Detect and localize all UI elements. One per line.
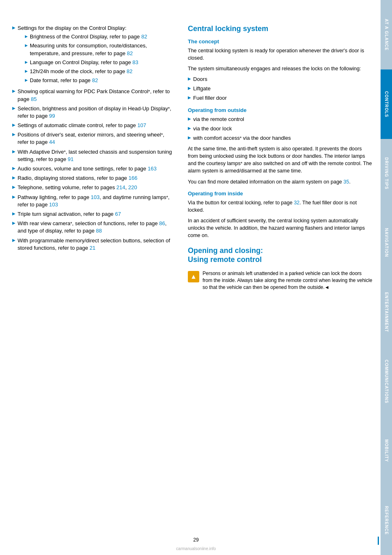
bullet-arrow-icon: ▶	[188, 76, 191, 82]
sidebar-tab-label: Driving tips	[384, 157, 389, 190]
bullet-arrow-icon: ▶	[188, 95, 191, 101]
opening-section-title: Opening and closing:Using remote control	[188, 246, 372, 264]
sub-list-item: ▶ Measuring units for consumption, route…	[25, 42, 176, 57]
concept-para1: The central locking system is ready for …	[188, 47, 372, 62]
page-bar	[378, 537, 379, 545]
page-link[interactable]: 35	[343, 179, 349, 185]
sidebar-tab-reference[interactable]: Reference	[381, 486, 392, 555]
sidebar-tab-label: Controls	[384, 91, 389, 117]
page-link[interactable]: 32	[294, 200, 300, 206]
sub-item-text: Brightness of the Control Display, refer…	[30, 33, 147, 40]
page-link[interactable]: 163	[148, 166, 157, 172]
page-link[interactable]: 85	[31, 96, 37, 102]
bullet-arrow-icon: ▶	[12, 132, 16, 137]
bullet-arrow-icon: ▶	[188, 85, 191, 91]
list-item-text: With programmable memory/direct selectio…	[18, 237, 176, 252]
concept-subtitle: The concept	[188, 38, 372, 45]
page-link[interactable]: 99	[49, 113, 55, 119]
sidebar-tab-label: Reference	[384, 506, 389, 535]
concept-para2: The system simultaneously engages and re…	[188, 65, 372, 72]
inside-subtitle: Operating from inside	[188, 190, 372, 197]
page-number: 29	[193, 537, 198, 543]
page-link[interactable]: 103	[91, 194, 100, 200]
page-link[interactable]: 82	[141, 34, 147, 40]
list-item-text: Positions of driver's seat, exterior mir…	[18, 131, 176, 146]
list-item: ▶ Settings for the display on the Contro…	[12, 25, 176, 86]
page-link[interactable]: 220	[128, 184, 137, 190]
list-item: ▶ Triple turn signal activation, refer t…	[12, 210, 176, 218]
list-item: ▶ Settings of automatic climate control,…	[12, 122, 176, 129]
list-item-text: Triple turn signal activation, refer to …	[18, 210, 121, 218]
bullet-arrow-icon: ▶	[12, 220, 16, 226]
list-item: ▶ Pathway lighting, refer to page 103, a…	[12, 194, 176, 208]
list-item-text: Liftgate	[193, 85, 211, 92]
sub-item-text: Language on Control Display, refer to pa…	[30, 59, 138, 66]
sidebar: At a glance Controls Driving tips Naviga…	[381, 0, 392, 555]
bullet-arrow-icon: ▶	[12, 88, 16, 94]
warning-triangle-icon: ▲	[190, 273, 197, 280]
sub-list-item: ▶ Date format, refer to page 82	[25, 77, 176, 84]
list-item-text: Pathway lighting, refer to page 103, and…	[18, 194, 176, 208]
outside-para2: You can find more detailed information o…	[188, 178, 372, 186]
page-link[interactable]: 83	[132, 59, 138, 65]
page-link[interactable]: 82	[127, 50, 133, 56]
list-item: ▶ With programmable memory/direct select…	[12, 237, 176, 252]
page-link[interactable]: 67	[115, 211, 121, 217]
outside-subtitle: Operating from outside	[188, 107, 372, 113]
bullet-arrow-icon: ▶	[188, 116, 191, 122]
page-link[interactable]: 166	[129, 175, 138, 181]
list-item-text: Showing optical warning for PDC Park Dis…	[18, 88, 176, 103]
list-item-text: Selection, brightness and position of di…	[18, 105, 176, 120]
list-item-text: With rear view camera*, selection of fun…	[18, 220, 176, 235]
sidebar-tab-navigation[interactable]: Navigation	[381, 208, 392, 278]
right-column: Central locking system The concept The c…	[184, 25, 372, 539]
outside-para1: At the same time, the anti-theft system …	[188, 145, 372, 175]
sidebar-tab-mobility[interactable]: Mobility	[381, 416, 392, 486]
page-link[interactable]: 107	[137, 122, 146, 128]
bullet-arrow-icon: ▶	[12, 122, 16, 128]
sub-arrow-icon: ▶	[25, 78, 28, 83]
warning-text: Persons or animals left unattended in a …	[203, 270, 372, 291]
list-item: ▶ Fuel filler door	[188, 94, 372, 102]
list-item-text: via the remote control	[193, 116, 244, 123]
page-link[interactable]: 88	[96, 228, 102, 234]
sidebar-tab-at-a-glance[interactable]: At a glance	[381, 0, 392, 69]
bullet-arrow-icon: ▶	[12, 184, 16, 190]
warning-icon: ▲	[188, 271, 199, 282]
page-link[interactable]: 103	[49, 201, 58, 208]
bullet-arrow-icon: ▶	[12, 175, 16, 181]
watermark: carmanualsoniine.info	[0, 546, 392, 551]
sub-list-item: ▶ Brightness of the Control Display, ref…	[25, 33, 176, 40]
list-item: ▶ with comfort access* via the door hand…	[188, 134, 372, 142]
page-link[interactable]: 214	[116, 184, 125, 190]
bullet-arrow-icon: ▶	[12, 194, 16, 200]
bullet-arrow-icon: ▶	[12, 166, 16, 171]
sub-item-text: Date format, refer to page 82	[30, 77, 98, 84]
inside-para1: Via the button for central locking, refe…	[188, 199, 372, 214]
sub-arrow-icon: ▶	[25, 43, 28, 48]
list-item: ▶ Radio, displaying stored stations, ref…	[12, 175, 176, 182]
list-item-text: Radio, displaying stored stations, refer…	[18, 175, 137, 182]
page-link[interactable]: 91	[68, 156, 74, 162]
page-link[interactable]: 82	[92, 77, 98, 83]
sidebar-tab-entertainment[interactable]: Entertainment	[381, 278, 392, 347]
page-link[interactable]: 21	[89, 245, 95, 251]
page-link[interactable]: 82	[127, 68, 132, 74]
list-item: ▶ Positions of driver's seat, exterior m…	[12, 131, 176, 146]
list-item: ▶ Showing optical warning for PDC Park D…	[12, 88, 176, 103]
sub-item-text: Measuring units for consumption, route/d…	[30, 42, 176, 57]
sidebar-tab-controls[interactable]: Controls	[381, 69, 392, 139]
list-item-text: Fuel filler door	[193, 94, 227, 102]
page-link[interactable]: 44	[49, 139, 55, 145]
warning-box: ▲ Persons or animals left unattended in …	[188, 270, 372, 291]
bullet-arrow-icon: ▶	[12, 211, 16, 217]
sidebar-tab-communications[interactable]: Communications	[381, 347, 392, 416]
bullet-arrow-icon: ▶	[12, 149, 16, 154]
page-link[interactable]: 86	[159, 220, 165, 226]
list-item: ▶ via the door lock	[188, 125, 372, 132]
list-item-text: With Adaptive Drive*, last selected chas…	[18, 148, 176, 163]
sidebar-tab-driving-tips[interactable]: Driving tips	[381, 139, 392, 208]
sidebar-tab-label: At a glance	[384, 19, 389, 51]
sidebar-tab-label: Entertainment	[384, 292, 389, 332]
sidebar-tab-label: Communications	[384, 360, 389, 403]
